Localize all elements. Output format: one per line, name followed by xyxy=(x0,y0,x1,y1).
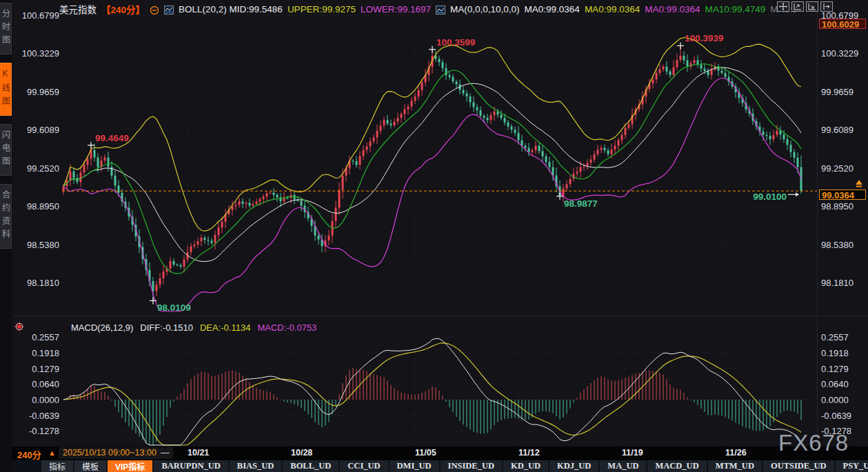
pan-move-icon[interactable] xyxy=(777,1,789,12)
candle-body xyxy=(114,176,117,186)
timeframe-dropdown-icon[interactable]: ▲ xyxy=(48,449,56,457)
candle-body xyxy=(525,145,527,147)
candle-body xyxy=(794,152,796,158)
candle-body xyxy=(614,145,616,150)
price-axis-label: 98.5380 xyxy=(17,240,59,250)
expand-pane-icon[interactable] xyxy=(820,1,833,12)
candle-body xyxy=(800,167,803,191)
tab-KD_UD[interactable]: KD_UD xyxy=(503,460,548,472)
price-annotation: 99.0100 xyxy=(753,192,799,202)
candle-body xyxy=(249,203,251,205)
price-axis-label: 99.2520 xyxy=(821,163,854,174)
fit-x-axis-icon[interactable] xyxy=(806,1,818,12)
tab-MTM_UD[interactable]: MTM_UD xyxy=(708,460,762,472)
candle-body xyxy=(456,81,458,84)
last-price-marker: 99.0364 xyxy=(819,189,866,200)
tab-CCI_UD[interactable]: CCI_UD xyxy=(340,460,387,472)
zoom-out-icon[interactable] xyxy=(150,6,159,14)
candle-body xyxy=(694,60,696,63)
candle-body xyxy=(404,110,406,114)
price-axis-label: 99.9659 xyxy=(17,87,59,97)
candle-body xyxy=(542,151,544,156)
svg-text:100.3939: 100.3939 xyxy=(685,33,723,43)
macd-params-label: MACD(26,12,9) xyxy=(71,322,133,333)
macd-axis-label: -0.0639 xyxy=(821,411,851,421)
timeframe-badge[interactable]: 240分 xyxy=(17,448,41,461)
candle-body xyxy=(328,236,330,240)
candle-body xyxy=(356,161,358,165)
candle-body xyxy=(494,112,496,115)
candle-body xyxy=(666,67,668,72)
candle-body xyxy=(466,94,468,96)
fit-y-axis-icon[interactable] xyxy=(791,1,804,12)
sidebar-item-K线图[interactable]: K线图 xyxy=(0,63,12,116)
sidebar-item-分时图[interactable]: 分时图 xyxy=(0,3,12,54)
candle-body xyxy=(628,124,630,127)
candle-body xyxy=(669,72,672,75)
period-high-marker: 100.6029 xyxy=(819,19,866,29)
sidebar-item-合约资料[interactable]: 合约资料 xyxy=(0,184,12,249)
candle-body xyxy=(535,145,537,150)
candle-body xyxy=(339,190,341,208)
candle-body xyxy=(773,135,775,139)
tab-MACD_UD[interactable]: MACD_UD xyxy=(647,460,706,472)
candle-body xyxy=(590,160,592,163)
ma-params-label: MA(0,0,0,10,0,0) xyxy=(450,4,520,14)
tab-BARUPDN_UD[interactable]: BARUPDN_UD xyxy=(154,460,228,472)
macd-axis-label: 0.2557 xyxy=(17,332,59,342)
macd-macd-value: MACD:-0.0753 xyxy=(257,322,316,333)
tab-MA_UD[interactable]: MA_UD xyxy=(600,460,646,472)
tab-INSIDE_UD[interactable]: INSIDE_UD xyxy=(441,460,502,472)
candle-body xyxy=(270,193,272,194)
tab-BOLL_UD[interactable]: BOLL_UD xyxy=(283,460,339,472)
tab-VIP指标[interactable]: VIP指标 xyxy=(108,460,152,472)
candle-body xyxy=(201,238,203,241)
candle-body xyxy=(276,195,279,198)
candle-body xyxy=(421,83,423,90)
candle-body xyxy=(594,154,596,160)
price-macd-chart: 99.464998.0109100.359998.9877100.393999.… xyxy=(0,0,868,447)
candle-body xyxy=(683,56,685,61)
svg-text:99.0100: 99.0100 xyxy=(753,192,787,202)
svg-text:99.4649: 99.4649 xyxy=(95,133,129,143)
price-axis-label: 100.6799 xyxy=(17,10,59,21)
candle-body xyxy=(763,132,765,135)
tab-指标[interactable]: 指标 xyxy=(41,460,73,472)
candle-body xyxy=(673,67,675,74)
candle-body xyxy=(607,150,609,154)
svg-text:100.3599: 100.3599 xyxy=(436,37,475,48)
timeframe-label: 【240分】 xyxy=(101,2,145,16)
tab-OUTSIDE_UD[interactable]: OUTSIDE_UD xyxy=(763,460,834,472)
tab-BIAS_UD[interactable]: BIAS_UD xyxy=(230,460,282,472)
candle-body xyxy=(514,130,516,133)
candle-body xyxy=(583,166,585,167)
candle-body xyxy=(159,278,161,285)
candle-body xyxy=(545,156,547,162)
candle-body xyxy=(266,193,268,196)
boll-indicator-icon[interactable] xyxy=(164,6,174,14)
candle-body xyxy=(259,199,261,202)
candle-body xyxy=(218,227,220,235)
candle-body xyxy=(373,137,375,141)
candle-body xyxy=(190,246,192,252)
candle-body xyxy=(473,102,475,107)
ma-indicator-icon[interactable] xyxy=(436,6,445,14)
candle-body xyxy=(766,135,768,136)
tab-KDJ_UD[interactable]: KDJ_UD xyxy=(549,460,598,472)
candle-body xyxy=(797,158,799,167)
ma-value-2: MA0:99.0364 xyxy=(645,4,700,14)
candle-body xyxy=(707,71,709,75)
x-axis-date-label: 11/19 xyxy=(622,448,643,458)
tab-DMI_UD[interactable]: DMI_UD xyxy=(390,460,439,472)
tab-PSY_UD[interactable]: PSY_UD xyxy=(836,460,868,472)
time-chip-dash: — xyxy=(161,448,170,458)
candle-body xyxy=(173,261,175,265)
sidebar-item-闪电图[interactable]: 闪电图 xyxy=(0,124,12,176)
candle-body xyxy=(569,179,572,184)
x-axis-date-label: 11/12 xyxy=(518,448,540,458)
tab-模板[interactable]: 模板 xyxy=(74,460,106,472)
candle-body xyxy=(725,73,727,77)
candle-body xyxy=(625,127,627,134)
candle-body xyxy=(711,70,713,75)
indicator-settings-icon[interactable] xyxy=(14,322,24,331)
